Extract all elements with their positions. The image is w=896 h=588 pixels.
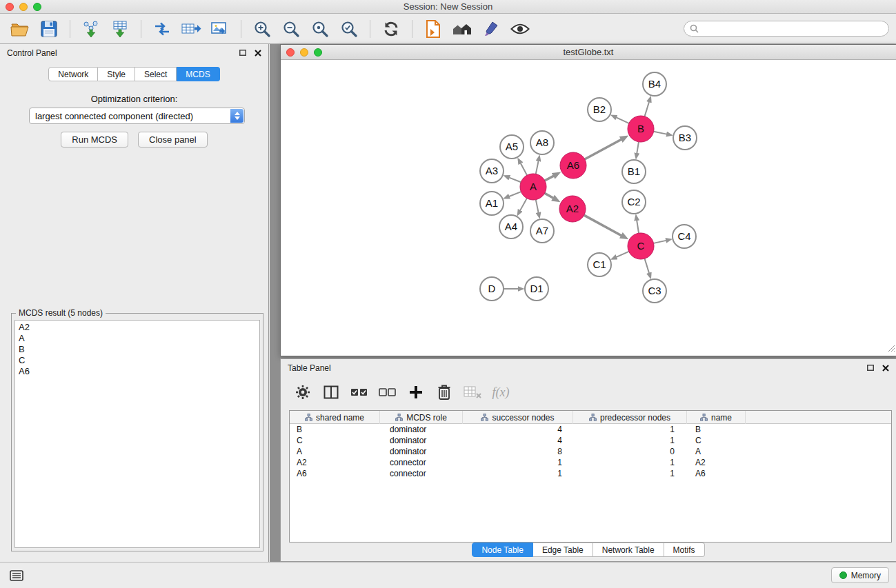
export-image-button[interactable] (208, 17, 232, 41)
edge-A-A5[interactable] (521, 163, 527, 175)
tab-node-table[interactable]: Node Table (472, 543, 533, 557)
zoom-selected-button[interactable] (337, 17, 361, 41)
node-B4[interactable]: B4 (643, 72, 666, 96)
table-row[interactable]: A6connector11A6 (290, 468, 891, 479)
node-D1[interactable]: D1 (525, 277, 548, 301)
zoom-view-button[interactable] (314, 48, 322, 57)
resize-grip[interactable] (887, 343, 895, 355)
close-view-button[interactable] (286, 48, 295, 57)
tab-edge-table[interactable]: Edge Table (533, 543, 593, 557)
node-A4[interactable]: A4 (499, 215, 523, 239)
close-panel-button[interactable]: Close panel (138, 132, 208, 148)
table-row[interactable]: Bdominator41B (290, 424, 891, 435)
node-A2[interactable]: A2 (559, 196, 586, 222)
node-B1[interactable]: B1 (622, 160, 646, 183)
column-header-predecessor-nodes[interactable]: predecessor nodes (573, 411, 687, 424)
node-D[interactable]: D (480, 277, 504, 301)
table-settings-button[interactable] (292, 381, 314, 403)
edge-A-A7[interactable] (536, 200, 539, 213)
tab-motifs[interactable]: Motifs (664, 543, 705, 557)
minimize-window-button[interactable] (19, 3, 28, 11)
style-brush-button[interactable] (479, 17, 504, 41)
node-B3[interactable]: B3 (673, 126, 697, 150)
import-table-button[interactable] (108, 17, 132, 41)
mcds-result-item[interactable]: B (19, 344, 256, 355)
open-session-button[interactable] (8, 17, 32, 41)
search-box[interactable] (684, 21, 889, 37)
mcds-result-item[interactable]: C (19, 355, 256, 366)
edge-C-C4[interactable] (654, 241, 666, 243)
network-file-button[interactable] (421, 17, 446, 41)
edge-A6-B[interactable] (585, 139, 621, 159)
edge-B-B3[interactable] (654, 132, 667, 134)
close-window-button[interactable] (6, 3, 14, 11)
network-canvas[interactable]: B4B2BB3A5A8A6A3B1AC2A1A2A4A7C4CC1DD1C3 (281, 61, 896, 356)
edge-C-C1[interactable] (617, 252, 629, 257)
tab-network[interactable]: Network (48, 67, 98, 81)
import-network-button[interactable] (79, 17, 103, 41)
node-C4[interactable]: C4 (673, 225, 696, 248)
edge-A2-C[interactable] (584, 215, 621, 236)
edge-A-A6[interactable] (545, 176, 554, 181)
function-builder-button[interactable]: f(x) (490, 381, 512, 403)
table-row[interactable]: Adominator80A (290, 446, 891, 457)
table-row[interactable]: A2connector11A2 (290, 457, 891, 468)
node-A5[interactable]: A5 (500, 135, 524, 159)
edge-A-A2[interactable] (545, 193, 554, 198)
memory-button[interactable]: Memory (831, 567, 889, 583)
edge-B-B1[interactable] (637, 142, 639, 154)
edge-A-A3[interactable] (509, 178, 521, 183)
tab-select[interactable]: Select (135, 67, 177, 81)
node-A3[interactable]: A3 (480, 159, 504, 183)
show-columns-button[interactable] (320, 381, 342, 403)
mcds-result-item[interactable]: A (19, 333, 256, 344)
export-table-button[interactable] (179, 17, 203, 41)
column-header-shared-name[interactable]: shared name (290, 411, 380, 424)
node-B[interactable]: B (628, 116, 654, 142)
tab-mcds[interactable]: MCDS (177, 67, 219, 81)
zoom-out-button[interactable] (279, 17, 303, 41)
run-mcds-button[interactable]: Run MCDS (61, 132, 128, 148)
zoom-fit-button[interactable] (308, 17, 332, 41)
float-panel-icon[interactable] (239, 50, 246, 56)
float-panel-icon[interactable] (867, 365, 874, 371)
node-A7[interactable]: A7 (530, 219, 554, 243)
export-network-button[interactable] (150, 17, 175, 41)
table-row[interactable]: Cdominator41C (290, 435, 891, 446)
column-header-successor-nodes[interactable]: successor nodes (463, 411, 573, 424)
close-panel-icon[interactable] (255, 50, 261, 57)
show-hide-button[interactable] (508, 17, 532, 41)
node-B2[interactable]: B2 (588, 98, 611, 121)
node-A8[interactable]: A8 (530, 131, 554, 154)
deselect-all-columns-button[interactable] (377, 381, 399, 403)
select-all-columns-button[interactable] (348, 381, 370, 403)
edge-A-A1[interactable] (509, 192, 521, 196)
edge-A-A4[interactable] (520, 199, 527, 211)
node-C[interactable]: C (628, 233, 654, 259)
task-history-button[interactable] (8, 569, 25, 582)
edge-A-A8[interactable] (536, 161, 539, 174)
tab-network-table[interactable]: Network Table (593, 543, 664, 557)
node-A6[interactable]: A6 (560, 152, 586, 179)
minimize-view-button[interactable] (300, 48, 308, 57)
search-input[interactable] (702, 23, 883, 34)
delete-table-button[interactable] (461, 381, 484, 403)
create-column-button[interactable] (405, 381, 427, 403)
delete-column-button[interactable] (433, 381, 455, 403)
zoom-window-button[interactable] (33, 3, 41, 11)
column-header-mcds-role[interactable]: MCDS role (380, 411, 463, 424)
criterion-dropdown[interactable]: largest connected component (directed) (29, 108, 245, 124)
tab-style[interactable]: Style (98, 67, 135, 81)
refresh-view-button[interactable] (379, 17, 404, 41)
node-A1[interactable]: A1 (480, 192, 504, 215)
save-session-button[interactable] (37, 17, 61, 41)
home-button[interactable] (450, 17, 475, 41)
node-C2[interactable]: C2 (622, 190, 646, 214)
column-header-name[interactable]: name (687, 411, 746, 424)
mcds-result-item[interactable]: A2 (19, 322, 256, 333)
zoom-in-button[interactable] (250, 17, 275, 41)
edge-B-B2[interactable] (616, 117, 628, 123)
node-C1[interactable]: C1 (588, 253, 611, 276)
edge-C-C3[interactable] (645, 258, 649, 273)
close-panel-icon[interactable] (882, 365, 889, 372)
